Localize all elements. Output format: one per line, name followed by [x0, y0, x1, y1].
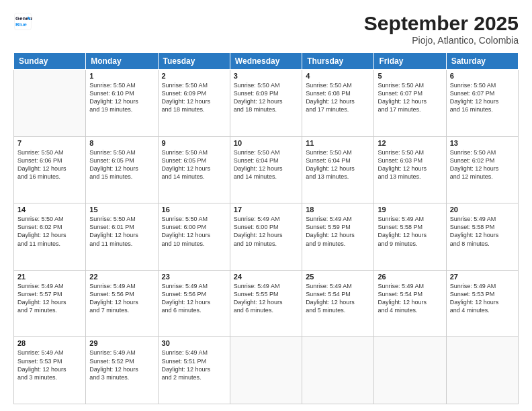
day-number: 17: [234, 205, 298, 214]
day-info: Sunrise: 5:50 AMSunset: 6:05 PMDaylight:…: [162, 148, 226, 181]
weekday-header: Sunday: [14, 53, 86, 70]
day-info: Sunrise: 5:50 AMSunset: 6:06 PMDaylight:…: [17, 148, 82, 181]
calendar-week-row: 14Sunrise: 5:50 AMSunset: 6:02 PMDayligh…: [14, 203, 519, 271]
calendar-cell: 8Sunrise: 5:50 AMSunset: 6:05 PMDaylight…: [86, 136, 158, 203]
calendar-cell: 24Sunrise: 5:49 AMSunset: 5:55 PMDayligh…: [230, 270, 302, 337]
day-number: 16: [162, 205, 226, 214]
weekday-header: Wednesday: [230, 53, 302, 70]
day-number: 8: [89, 139, 154, 147]
day-info: Sunrise: 5:49 AMSunset: 5:56 PMDaylight:…: [89, 282, 154, 315]
day-number: 21: [17, 273, 82, 281]
title-block: September 2025 Piojo, Atlantico, Colombi…: [364, 12, 519, 46]
calendar-week-row: 28Sunrise: 5:49 AMSunset: 5:53 PMDayligh…: [14, 337, 519, 404]
calendar-cell: 23Sunrise: 5:49 AMSunset: 5:56 PMDayligh…: [158, 270, 230, 337]
day-info: Sunrise: 5:50 AMSunset: 6:05 PMDaylight:…: [89, 148, 154, 181]
day-info: Sunrise: 5:50 AMSunset: 6:02 PMDaylight:…: [450, 148, 515, 181]
day-info: Sunrise: 5:50 AMSunset: 6:08 PMDaylight:…: [306, 81, 370, 114]
svg-text:Blue: Blue: [15, 21, 28, 28]
calendar-cell: [446, 337, 518, 404]
day-number: 6: [450, 72, 515, 80]
day-number: 20: [450, 205, 515, 214]
calendar-cell: 17Sunrise: 5:49 AMSunset: 6:00 PMDayligh…: [230, 203, 302, 271]
day-number: 22: [89, 273, 154, 281]
calendar-cell: 18Sunrise: 5:49 AMSunset: 5:59 PMDayligh…: [302, 203, 374, 271]
day-number: 24: [234, 273, 298, 281]
calendar-cell: 27Sunrise: 5:49 AMSunset: 5:53 PMDayligh…: [446, 270, 518, 337]
calendar-cell: 2Sunrise: 5:50 AMSunset: 6:09 PMDaylight…: [158, 70, 230, 137]
day-number: 28: [17, 339, 82, 347]
page: General Blue September 2025 Piojo, Atlan…: [0, 0, 532, 411]
calendar-cell: 12Sunrise: 5:50 AMSunset: 6:03 PMDayligh…: [374, 136, 446, 203]
calendar-cell: 16Sunrise: 5:50 AMSunset: 6:00 PMDayligh…: [158, 203, 230, 271]
day-number: 14: [17, 205, 82, 214]
day-number: 12: [378, 139, 442, 147]
day-info: Sunrise: 5:49 AMSunset: 5:56 PMDaylight:…: [162, 282, 226, 315]
day-info: Sunrise: 5:50 AMSunset: 6:07 PMDaylight:…: [450, 81, 515, 114]
day-info: Sunrise: 5:50 AMSunset: 6:10 PMDaylight:…: [89, 81, 154, 114]
day-info: Sunrise: 5:49 AMSunset: 5:54 PMDaylight:…: [378, 282, 442, 315]
day-info: Sunrise: 5:49 AMSunset: 5:55 PMDaylight:…: [234, 282, 298, 315]
day-info: Sunrise: 5:50 AMSunset: 6:03 PMDaylight:…: [378, 148, 442, 181]
calendar-cell: 19Sunrise: 5:49 AMSunset: 5:58 PMDayligh…: [374, 203, 446, 271]
calendar-cell: 11Sunrise: 5:50 AMSunset: 6:04 PMDayligh…: [302, 136, 374, 203]
calendar-cell: 9Sunrise: 5:50 AMSunset: 6:05 PMDaylight…: [158, 136, 230, 203]
day-number: 26: [378, 273, 442, 281]
day-number: 5: [378, 72, 442, 80]
day-info: Sunrise: 5:49 AMSunset: 5:52 PMDaylight:…: [89, 349, 154, 381]
day-info: Sunrise: 5:50 AMSunset: 6:09 PMDaylight:…: [162, 81, 226, 114]
calendar-cell: 30Sunrise: 5:49 AMSunset: 5:51 PMDayligh…: [158, 337, 230, 404]
calendar-cell: 3Sunrise: 5:50 AMSunset: 6:09 PMDaylight…: [230, 70, 302, 137]
day-info: Sunrise: 5:49 AMSunset: 5:53 PMDaylight:…: [450, 282, 515, 315]
calendar-cell: 21Sunrise: 5:49 AMSunset: 5:57 PMDayligh…: [14, 270, 86, 337]
day-number: 18: [306, 205, 370, 214]
day-info: Sunrise: 5:50 AMSunset: 6:01 PMDaylight:…: [89, 215, 154, 248]
day-number: 30: [162, 339, 226, 347]
header: General Blue September 2025 Piojo, Atlan…: [13, 12, 519, 46]
logo-icon: General Blue: [13, 12, 32, 31]
calendar-cell: 13Sunrise: 5:50 AMSunset: 6:02 PMDayligh…: [446, 136, 518, 203]
weekday-header: Thursday: [302, 53, 374, 70]
day-number: 9: [162, 139, 226, 147]
day-info: Sunrise: 5:49 AMSunset: 5:51 PMDaylight:…: [162, 349, 226, 381]
calendar-week-row: 7Sunrise: 5:50 AMSunset: 6:06 PMDaylight…: [14, 136, 519, 203]
day-info: Sunrise: 5:50 AMSunset: 6:02 PMDaylight:…: [17, 215, 82, 248]
day-number: 10: [234, 139, 298, 147]
calendar-cell: 26Sunrise: 5:49 AMSunset: 5:54 PMDayligh…: [374, 270, 446, 337]
day-number: 3: [234, 72, 298, 80]
weekday-header: Saturday: [446, 53, 518, 70]
month-title: September 2025: [364, 12, 519, 35]
day-info: Sunrise: 5:50 AMSunset: 6:04 PMDaylight:…: [306, 148, 370, 181]
calendar-cell: 7Sunrise: 5:50 AMSunset: 6:06 PMDaylight…: [14, 136, 86, 203]
calendar-cell: 25Sunrise: 5:49 AMSunset: 5:54 PMDayligh…: [302, 270, 374, 337]
day-number: 25: [306, 273, 370, 281]
calendar-week-row: 21Sunrise: 5:49 AMSunset: 5:57 PMDayligh…: [14, 270, 519, 337]
calendar-cell: 4Sunrise: 5:50 AMSunset: 6:08 PMDaylight…: [302, 70, 374, 137]
day-info: Sunrise: 5:49 AMSunset: 5:53 PMDaylight:…: [17, 349, 82, 381]
calendar-body: 1Sunrise: 5:50 AMSunset: 6:10 PMDaylight…: [14, 70, 519, 404]
calendar-cell: 5Sunrise: 5:50 AMSunset: 6:07 PMDaylight…: [374, 70, 446, 137]
calendar-cell: [230, 337, 302, 404]
day-number: 11: [306, 139, 370, 147]
day-info: Sunrise: 5:49 AMSunset: 5:58 PMDaylight:…: [378, 215, 442, 248]
day-number: 23: [162, 273, 226, 281]
day-info: Sunrise: 5:49 AMSunset: 5:59 PMDaylight:…: [306, 215, 370, 248]
calendar-cell: 6Sunrise: 5:50 AMSunset: 6:07 PMDaylight…: [446, 70, 518, 137]
calendar-cell: 22Sunrise: 5:49 AMSunset: 5:56 PMDayligh…: [86, 270, 158, 337]
calendar-cell: 14Sunrise: 5:50 AMSunset: 6:02 PMDayligh…: [14, 203, 86, 271]
day-number: 29: [89, 339, 154, 347]
day-info: Sunrise: 5:50 AMSunset: 6:00 PMDaylight:…: [162, 215, 226, 248]
weekday-header: Friday: [374, 53, 446, 70]
day-info: Sunrise: 5:49 AMSunset: 5:58 PMDaylight:…: [450, 215, 515, 248]
weekday-header: Tuesday: [158, 53, 230, 70]
calendar-cell: 1Sunrise: 5:50 AMSunset: 6:10 PMDaylight…: [86, 70, 158, 137]
calendar-cell: 15Sunrise: 5:50 AMSunset: 6:01 PMDayligh…: [86, 203, 158, 271]
calendar-cell: 29Sunrise: 5:49 AMSunset: 5:52 PMDayligh…: [86, 337, 158, 404]
weekday-header: Monday: [86, 53, 158, 70]
calendar-cell: [302, 337, 374, 404]
day-info: Sunrise: 5:49 AMSunset: 5:57 PMDaylight:…: [17, 282, 82, 315]
day-number: 27: [450, 273, 515, 281]
day-number: 2: [162, 72, 226, 80]
calendar-cell: [14, 70, 86, 137]
day-number: 7: [17, 139, 82, 147]
day-info: Sunrise: 5:50 AMSunset: 6:09 PMDaylight:…: [234, 81, 298, 114]
